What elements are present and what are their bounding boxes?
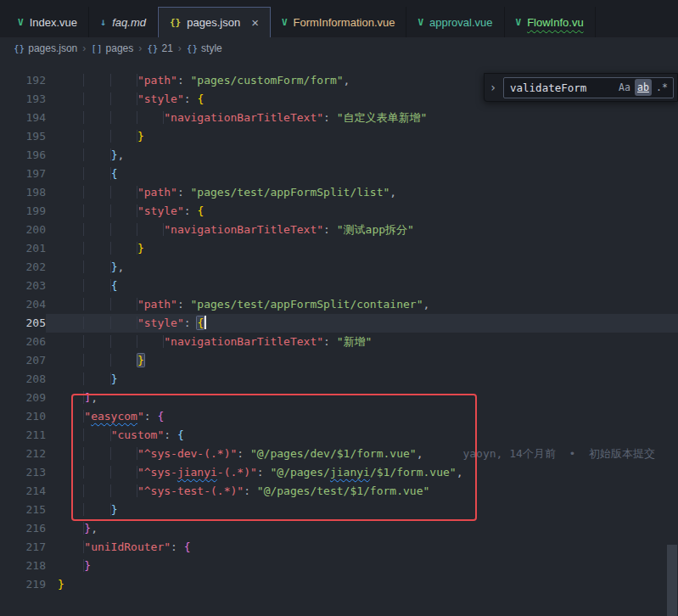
line-number[interactable]: 198 xyxy=(0,183,46,202)
code-line-202[interactable]: 202 }, xyxy=(0,258,678,277)
code-line-197[interactable]: 197 { xyxy=(0,165,678,183)
line-number[interactable]: 208 xyxy=(0,370,46,389)
line-number[interactable]: 195 xyxy=(0,127,46,146)
code-content[interactable]: ], xyxy=(46,389,678,407)
line-number[interactable]: 202 xyxy=(0,258,46,277)
line-number[interactable]: 200 xyxy=(0,221,46,239)
line-number[interactable]: 206 xyxy=(0,333,46,351)
code-content[interactable]: "^sys-test-(.*)": "@/pages/test/$1/form.… xyxy=(46,482,678,501)
tab-forminformation-vue[interactable]: VFormInformation.vue xyxy=(271,7,407,37)
code-content[interactable]: { xyxy=(46,165,678,183)
code-line-216[interactable]: 216 }, xyxy=(0,519,678,538)
find-expand-chevron-icon[interactable]: › xyxy=(486,81,500,94)
line-number[interactable]: 199 xyxy=(0,202,46,221)
line-number[interactable]: 213 xyxy=(0,463,46,482)
line-number[interactable]: 193 xyxy=(0,90,46,109)
breadcrumb-item-style[interactable]: {}style xyxy=(187,42,222,54)
code-content[interactable]: "^sys-dev-(.*)": "@/pages/dev/$1/form.vu… xyxy=(46,445,678,463)
code-line-198[interactable]: 198 "path": "pages/test/appFormSplit/lis… xyxy=(0,183,678,202)
line-number[interactable]: 216 xyxy=(0,519,46,538)
breadcrumb-item-pages-json[interactable]: {}pages.json xyxy=(14,42,77,54)
line-number[interactable]: 196 xyxy=(0,146,46,165)
breadcrumb-item-pages[interactable]: []pages xyxy=(91,42,133,54)
code-line-210[interactable]: 210 "easycom": { xyxy=(0,407,678,426)
code-line-218[interactable]: 218 } xyxy=(0,557,678,575)
line-number[interactable]: 218 xyxy=(0,557,46,575)
code-content[interactable]: } xyxy=(46,501,678,519)
code-content[interactable]: "custom": { xyxy=(46,426,678,445)
find-query-text[interactable]: validateForm xyxy=(510,81,614,94)
code-line-215[interactable]: 215 } xyxy=(0,501,678,519)
line-number[interactable]: 192 xyxy=(0,71,46,90)
line-number[interactable]: 212 xyxy=(0,445,46,463)
code-content[interactable]: "^sys-jianyi-(.*)": "@/pages/jianyi/$1/f… xyxy=(46,463,678,482)
line-number[interactable]: 207 xyxy=(0,351,46,370)
code-line-208[interactable]: 208 } xyxy=(0,370,678,389)
line-number[interactable]: 197 xyxy=(0,165,46,183)
code-token: "pages/test/appFormSplit/container" xyxy=(191,298,423,311)
breadcrumb-item-21[interactable]: {}21 xyxy=(147,42,173,54)
line-number[interactable]: 214 xyxy=(0,482,46,501)
tab-pages-json[interactable]: {}pages.json× xyxy=(158,7,271,37)
code-line-214[interactable]: 214 "^sys-test-(.*)": "@/pages/test/$1/f… xyxy=(0,482,678,501)
code-content[interactable]: "easycom": { xyxy=(46,407,678,426)
line-number[interactable]: 215 xyxy=(0,501,46,519)
code-content[interactable]: "navigationBarTitleText": "测试app拆分" xyxy=(46,221,678,239)
line-number[interactable]: 201 xyxy=(0,239,46,258)
line-number[interactable]: 219 xyxy=(0,575,46,594)
code-line-194[interactable]: 194 "navigationBarTitleText": "自定义表单新增" xyxy=(0,109,678,127)
code-line-206[interactable]: 206 "navigationBarTitleText": "新增" xyxy=(0,333,678,351)
code-content[interactable]: { xyxy=(46,277,678,295)
code-line-203[interactable]: 203 { xyxy=(0,277,678,295)
line-number[interactable]: 209 xyxy=(0,389,46,407)
tab-approval-vue[interactable]: Vapproval.vue xyxy=(406,7,504,37)
code-line-211[interactable]: 211 "custom": { xyxy=(0,426,678,445)
code-content[interactable]: "navigationBarTitleText": "自定义表单新增" xyxy=(46,109,678,127)
line-number[interactable]: 194 xyxy=(0,109,46,127)
code-content[interactable]: }, xyxy=(46,258,678,277)
code-content[interactable]: }, xyxy=(46,146,678,165)
tab-faq-md[interactable]: ↓faq.md xyxy=(89,7,158,37)
code-line-209[interactable]: 209 ], xyxy=(0,389,678,407)
line-number[interactable]: 204 xyxy=(0,295,46,314)
find-input[interactable]: validateForm Aa ab .* xyxy=(503,77,674,98)
scrollbar-thumb[interactable] xyxy=(667,545,677,616)
line-number[interactable]: 217 xyxy=(0,538,46,557)
line-number[interactable]: 210 xyxy=(0,407,46,426)
code-line-213[interactable]: 213 "^sys-jianyi-(.*)": "@/pages/jianyi/… xyxy=(0,463,678,482)
code-line-201[interactable]: 201 } xyxy=(0,239,678,258)
code-content[interactable]: } xyxy=(46,127,678,146)
code-content[interactable]: }, xyxy=(46,519,678,538)
code-line-199[interactable]: 199 "style": { xyxy=(0,202,678,221)
code-content[interactable]: "uniIdRouter": { xyxy=(46,538,678,557)
code-content[interactable]: } xyxy=(46,575,678,594)
whole-word-icon[interactable]: ab xyxy=(635,79,652,96)
code-content[interactable]: } xyxy=(46,370,678,389)
line-number[interactable]: 203 xyxy=(0,277,46,295)
code-content[interactable]: "style": { xyxy=(46,202,678,221)
tab-flowinfo-vu[interactable]: VFlowInfo.vu xyxy=(505,7,596,37)
code-line-196[interactable]: 196 }, xyxy=(0,146,678,165)
code-line-207[interactable]: 207 } xyxy=(0,351,678,370)
code-content[interactable]: } xyxy=(46,351,678,370)
code-line-217[interactable]: 217 "uniIdRouter": { xyxy=(0,538,678,557)
line-number[interactable]: 205 xyxy=(0,314,46,333)
code-line-200[interactable]: 200 "navigationBarTitleText": "测试app拆分" xyxy=(0,221,678,239)
tab-index-vue[interactable]: VIndex.vue xyxy=(7,7,89,37)
code-content[interactable]: "path": "pages/test/appFormSplit/list", xyxy=(46,183,678,202)
code-content[interactable]: "navigationBarTitleText": "新增" xyxy=(46,333,678,351)
line-number[interactable]: 211 xyxy=(0,426,46,445)
code-line-205[interactable]: 205 "style": { xyxy=(0,314,678,333)
code-line-219[interactable]: 219} xyxy=(0,575,678,594)
code-content[interactable]: } xyxy=(46,239,678,258)
code-content[interactable]: "path": "pages/test/appFormSplit/contain… xyxy=(46,295,678,314)
code-line-212[interactable]: 212 "^sys-dev-(.*)": "@/pages/dev/$1/for… xyxy=(0,445,678,463)
regex-icon[interactable]: .* xyxy=(653,79,670,96)
scrollbar[interactable] xyxy=(666,59,678,616)
code-line-204[interactable]: 204 "path": "pages/test/appFormSplit/con… xyxy=(0,295,678,314)
code-content[interactable]: "style": { xyxy=(46,314,678,333)
code-line-195[interactable]: 195 } xyxy=(0,127,678,146)
close-icon[interactable]: × xyxy=(251,16,259,29)
match-case-icon[interactable]: Aa xyxy=(616,79,633,96)
code-content[interactable]: } xyxy=(46,557,678,575)
